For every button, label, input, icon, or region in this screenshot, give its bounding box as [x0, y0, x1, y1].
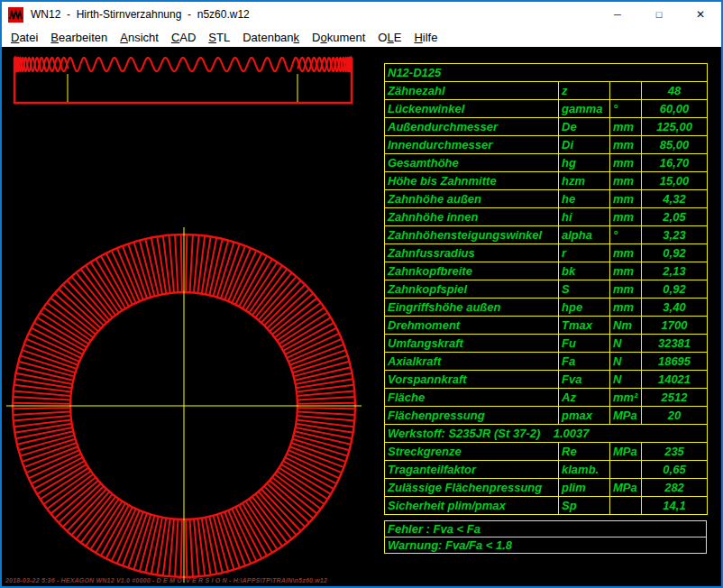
row-value: 3,23 — [642, 226, 708, 244]
row-unit — [610, 461, 642, 479]
close-button[interactable]: ✕ — [680, 2, 721, 27]
row-label: Zahnfussradius — [385, 244, 559, 262]
app-logo-icon — [8, 7, 23, 23]
row-unit: N — [610, 335, 642, 353]
row-symbol: bk — [559, 262, 610, 280]
row-unit: mm — [610, 262, 642, 280]
row-label: Zahnhöhe innen — [385, 208, 559, 226]
row-unit: N — [610, 371, 642, 389]
row-value: 125,00 — [642, 118, 708, 136]
row-label: Traganteilfaktor — [385, 461, 559, 479]
row-value: 0,65 — [642, 461, 708, 479]
row-unit: MPa — [610, 479, 642, 497]
table-row: Traganteilfaktorklamb.0,65 — [385, 461, 708, 479]
row-label: Eingriffshöhe außen — [385, 299, 559, 317]
row-symbol: hg — [559, 154, 610, 172]
menu-item-dokument[interactable]: Dokument — [306, 31, 371, 44]
row-value: 282 — [642, 479, 708, 497]
menu-item-bearbeiten[interactable]: Bearbeiten — [44, 31, 114, 44]
row-value: 48 — [642, 82, 708, 100]
menu-item-datenbank[interactable]: Datenbank — [236, 31, 306, 44]
table-row: Zahnfussradiusrmm0,92 — [385, 244, 708, 262]
table-row: Zahnhöhe außenhemm4,32 — [385, 190, 708, 208]
row-unit: ° — [610, 226, 642, 244]
table-row: InnendurchmesserDimm85,00 — [385, 136, 708, 154]
error-message: Fehler : Fva < Fa — [385, 521, 707, 537]
row-unit: mm — [610, 299, 642, 317]
row-value: 16,70 — [642, 154, 708, 172]
row-label: Zähnezahl — [385, 82, 559, 100]
row-value: 1700 — [642, 317, 708, 335]
row-symbol: Az — [559, 389, 610, 407]
row-value: 2,05 — [642, 208, 708, 226]
table-row: Zahnhöhensteigungswinkelalpha°3,23 — [385, 226, 708, 244]
row-symbol: Re — [559, 443, 610, 461]
row-label: Zahnhöhe außen — [385, 190, 559, 208]
table-row: Lückenwinkelgamma°60,00 — [385, 100, 708, 118]
row-unit: mm — [610, 190, 642, 208]
table-row: Zahnkopfbreitebkmm2,13 — [385, 262, 708, 280]
menu-bar: DateiBearbeitenAnsichtCADSTLDatenbankDok… — [2, 27, 721, 47]
row-value: 2,13 — [642, 262, 708, 280]
row-symbol: klamb. — [559, 461, 610, 479]
row-value: 60,00 — [642, 100, 708, 118]
row-label: Vorspannkraft — [385, 371, 559, 389]
row-symbol: he — [559, 190, 610, 208]
row-value: 0,92 — [642, 280, 708, 299]
row-unit: mm² — [610, 389, 642, 407]
table-row: UmfangskraftFuN32381 — [385, 335, 708, 353]
row-symbol: hi — [559, 208, 610, 226]
table-row: VorspannkraftFvaN14021 — [385, 371, 708, 389]
row-unit: ° — [610, 100, 642, 118]
row-unit: mm — [610, 136, 642, 154]
row-label: Axialkraft — [385, 353, 559, 371]
row-unit: mm — [610, 172, 642, 190]
menu-item-cad[interactable]: CAD — [165, 31, 202, 44]
row-value: 2512 — [642, 389, 708, 407]
client-area: N12-D125 Zähnezahlz48Lückenwinkelgamma°6… — [2, 47, 721, 586]
title-bar: WN12 - Hirth-Stirnverzahnung - n5z60.w12… — [2, 2, 721, 27]
row-unit — [610, 82, 642, 100]
row-label: Streckgrenze — [385, 443, 559, 461]
row-symbol: Sp — [559, 497, 610, 515]
row-symbol: Di — [559, 136, 610, 154]
table-header-row: N12-D125 — [385, 64, 708, 82]
table-row: Zahnhöhe innenhimm2,05 — [385, 208, 708, 226]
row-value: 18695 — [642, 353, 708, 371]
row-value: 14021 — [642, 371, 708, 389]
menu-item-ansicht[interactable]: Ansicht — [114, 31, 165, 44]
maximize-button[interactable]: □ — [638, 2, 680, 27]
row-unit: MPa — [610, 407, 642, 425]
row-span-label: Werkstoff: S235JR (St 37-2) 1.0037 — [385, 425, 708, 443]
row-label: Außendurchmesser — [385, 118, 559, 136]
profile-name: N12-D125 — [385, 64, 708, 82]
row-label: Zulässige Flächenpressung — [385, 479, 559, 497]
row-symbol: hpe — [559, 299, 610, 317]
table-row: Zähnezahlz48 — [385, 82, 708, 100]
row-unit — [610, 497, 642, 515]
minimize-button[interactable]: ─ — [597, 2, 638, 27]
menu-item-hilfe[interactable]: Hilfe — [407, 31, 444, 44]
row-label: Zahnkopfbreite — [385, 262, 559, 280]
row-symbol: Fa — [559, 353, 610, 371]
row-symbol: hzm — [559, 172, 610, 190]
menu-item-datei[interactable]: Datei — [5, 31, 44, 44]
table-row: Werkstoff: S235JR (St 37-2) 1.0037 — [385, 425, 708, 443]
row-symbol: De — [559, 118, 610, 136]
status-bar: 2018-03-22 5:36 - HEXAGON WN12 V1.0 #000… — [5, 577, 327, 583]
row-value: 0,92 — [642, 244, 708, 262]
table-row: Gesamthöhehgmm16,70 — [385, 154, 708, 172]
warning-message: Warnung: Fva/Fa < 1.8 — [385, 537, 707, 554]
row-unit: Nm — [610, 317, 642, 335]
menu-item-ole[interactable]: OLE — [371, 31, 407, 44]
row-label: Zahnhöhensteigungswinkel — [385, 226, 559, 244]
row-symbol: Fva — [559, 371, 610, 389]
table-row: Zulässige FlächenpressungplimMPa282 — [385, 479, 708, 497]
table-row: AxialkraftFaN18695 — [385, 353, 708, 371]
table-row: StreckgrenzeReMPa235 — [385, 443, 708, 461]
menu-item-stl[interactable]: STL — [202, 31, 236, 44]
row-unit: mm — [610, 244, 642, 262]
results-panel: N12-D125 Zähnezahlz48Lückenwinkelgamma°6… — [384, 63, 707, 554]
results-table: N12-D125 Zähnezahlz48Lückenwinkelgamma°6… — [384, 63, 708, 515]
row-symbol: r — [559, 244, 610, 262]
